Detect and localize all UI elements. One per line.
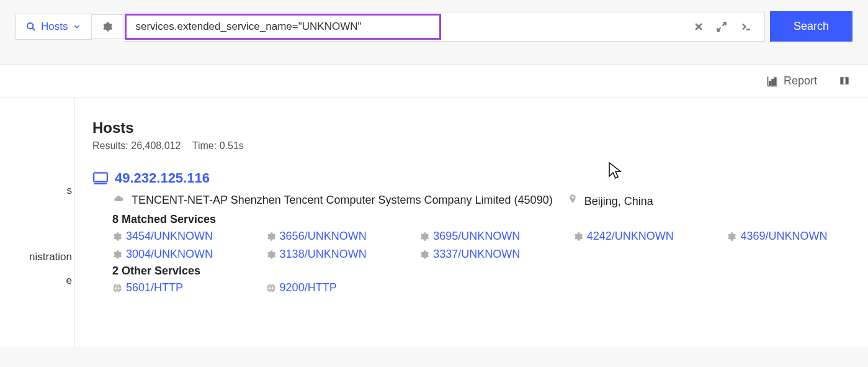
gear-icon	[419, 250, 429, 260]
service-link[interactable]: 3656/UNKNOWN	[266, 230, 395, 243]
results-panel: Hosts Results: 26,408,012 Time: 0.51s 49…	[92, 98, 868, 347]
service-link[interactable]: 4242/UNKNOWN	[573, 230, 702, 243]
results-time: Time: 0.51s	[192, 140, 244, 151]
host-asn-text: TENCENT-NET-AP Shenzhen Tencent Computer…	[132, 194, 553, 206]
host-location: Beijing, China	[568, 193, 653, 208]
gear-icon	[266, 232, 276, 242]
service-link[interactable]: 5601/HTTP	[112, 281, 241, 294]
content: s nistration e Hosts Results: 26,408,012…	[0, 98, 868, 347]
gear-icon	[112, 232, 122, 242]
expand-search-button[interactable]	[710, 16, 733, 37]
chart-icon	[766, 75, 779, 88]
service-link[interactable]: 3138/UNKNOWN	[266, 248, 395, 261]
sidebar-fragment-text: nistration	[0, 245, 72, 268]
chevron-down-icon	[73, 22, 81, 31]
svg-rect-8	[772, 79, 774, 84]
results-heading: Hosts	[92, 119, 856, 137]
service-link[interactable]: 3004/UNKNOWN	[112, 248, 241, 261]
topbar: Hosts services.extended_service_name="UN…	[0, 0, 868, 53]
globe-icon	[266, 283, 276, 293]
gear-icon	[266, 250, 276, 260]
host-location-text: Beijing, China	[584, 195, 653, 207]
service-link[interactable]: 3337/UNKNOWN	[419, 248, 548, 261]
matched-services-label: 8 Matched Services	[112, 213, 856, 226]
svg-point-0	[27, 23, 33, 29]
vertical-divider	[74, 98, 75, 347]
svg-rect-7	[769, 81, 771, 85]
host-meta: TENCENT-NET-AP Shenzhen Tencent Computer…	[112, 193, 856, 208]
cloud-icon	[112, 194, 128, 206]
subbar: Report	[0, 64, 868, 98]
service-link[interactable]: 9200/HTTP	[266, 281, 395, 294]
gear-icon	[102, 21, 113, 32]
search-icon	[26, 22, 36, 32]
sidebar-fragment: s nistration e	[0, 98, 74, 347]
service-link[interactable]: 4369/UNKNOWN	[727, 230, 856, 243]
report-link[interactable]: Report	[766, 75, 817, 88]
docs-button[interactable]	[838, 75, 851, 88]
search-button[interactable]: Search	[770, 11, 852, 42]
search-bar: services.extended_service_name="UNKNOWN"	[123, 12, 764, 42]
host-ip-link[interactable]: 49.232.125.116	[115, 170, 210, 186]
pin-icon	[568, 195, 581, 207]
search-input[interactable]: services.extended_service_name="UNKNOWN"	[125, 14, 441, 40]
search-settings-button[interactable]	[92, 14, 123, 39]
service-link[interactable]: 3695/UNKNOWN	[419, 230, 548, 243]
service-link[interactable]: 3454/UNKNOWN	[112, 230, 241, 243]
expand-icon	[716, 21, 727, 32]
other-services-label: 2 Other Services	[112, 265, 856, 278]
hosts-dropdown[interactable]: Hosts	[16, 14, 92, 40]
other-services-grid: 5601/HTTP 9200/HTTP	[112, 281, 856, 294]
results-count: Results: 26,408,012	[92, 140, 181, 151]
hosts-label: Hosts	[41, 20, 68, 33]
svg-line-1	[32, 28, 35, 30]
host-row: 49.232.125.116	[92, 170, 856, 186]
svg-rect-10	[94, 173, 107, 181]
gear-icon	[573, 232, 583, 242]
terminal-icon	[740, 21, 753, 32]
clear-search-button[interactable]	[687, 17, 710, 37]
monitor-icon	[92, 170, 109, 186]
gear-icon	[727, 232, 736, 242]
gear-icon	[419, 232, 429, 242]
matched-services-grid: 3454/UNKNOWN 3656/UNKNOWN 3695/UNKNOWN 4…	[112, 230, 856, 261]
globe-icon	[112, 283, 122, 293]
results-meta: Results: 26,408,012 Time: 0.51s	[92, 140, 856, 152]
host-asn: TENCENT-NET-AP Shenzhen Tencent Computer…	[112, 194, 553, 207]
close-icon	[694, 22, 704, 32]
gear-icon	[112, 250, 122, 260]
terminal-button[interactable]	[733, 16, 759, 37]
sidebar-fragment-text: e	[0, 269, 72, 292]
svg-rect-9	[774, 78, 776, 85]
sidebar-fragment-text: s	[0, 179, 72, 202]
report-label: Report	[784, 75, 817, 88]
